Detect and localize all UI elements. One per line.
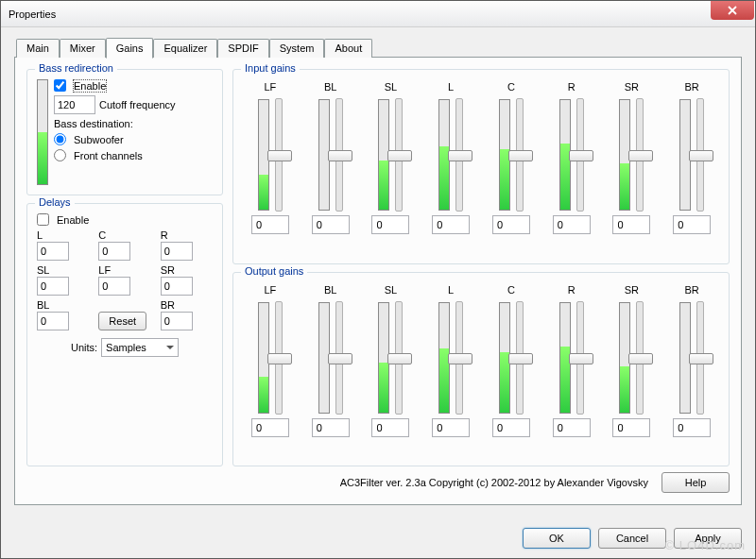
gain-slider[interactable] [576,301,584,415]
channel-label: C [507,284,515,297]
gain-value-input[interactable] [432,418,470,437]
gain-slider[interactable] [636,98,644,212]
gain-slider[interactable] [395,98,403,212]
channel-controls [258,98,283,212]
level-fill [379,161,388,210]
delay-input-sl[interactable] [37,277,69,296]
cancel-button[interactable]: Cancel [598,528,666,549]
delays-reset-button[interactable]: Reset [98,312,146,330]
delay-cell-br: BR [161,299,213,330]
gain-value-input[interactable] [312,418,350,437]
gain-value-input[interactable] [251,418,289,437]
gain-slider[interactable] [516,301,524,415]
delays-enable-checkbox[interactable] [37,213,49,226]
gain-value-input[interactable] [312,215,350,234]
gain-value-input[interactable] [612,215,650,234]
gain-slider[interactable] [335,98,343,212]
ok-button[interactable]: OK [523,528,591,549]
gain-slider[interactable] [335,301,343,415]
delay-input-sr[interactable] [161,277,193,296]
delay-label: R [161,229,168,242]
gain-slider[interactable] [696,98,704,212]
tab-about[interactable]: About [324,39,372,58]
bass-dest-front-radio[interactable] [54,149,66,161]
delay-input-lf[interactable] [98,277,130,296]
slider-thumb[interactable] [448,353,472,364]
gain-slider[interactable] [516,98,524,212]
gain-value-input[interactable] [673,215,711,234]
slider-thumb[interactable] [689,353,713,364]
slider-thumb[interactable] [569,150,593,161]
delay-cell-lf: LF [98,264,150,296]
slider-thumb[interactable] [328,353,352,364]
gain-value-input[interactable] [432,215,470,234]
gain-value-input[interactable] [553,215,591,234]
slider-thumb[interactable] [628,150,653,161]
slider-thumb[interactable] [689,150,713,161]
cutoff-frequency-input[interactable] [54,95,95,114]
delays-units-select[interactable]: Samples [101,338,179,357]
gain-slider[interactable] [275,301,283,415]
slider-thumb[interactable] [267,150,292,161]
bass-enable-checkbox[interactable] [54,79,66,92]
slider-thumb[interactable] [267,353,292,364]
slider-thumb[interactable] [569,353,593,364]
channel-controls [318,98,343,212]
slider-thumb[interactable] [628,353,653,364]
tab-strip: MainMixerGainsEqualizerSPDIFSystemAbout [16,37,742,58]
gain-slider[interactable] [636,301,644,415]
titlebar[interactable]: Properties [1,1,755,27]
window-title: Properties [9,8,711,20]
gain-value-input[interactable] [492,215,530,234]
delay-input-bl[interactable] [37,312,69,330]
input-gains-channels: LFBLSLLCRSRBR [243,79,719,234]
channel-controls [559,301,584,415]
gain-value-input[interactable] [612,418,650,437]
channel-controls [679,301,704,415]
gain-value-input[interactable] [673,418,711,437]
tab-system[interactable]: System [269,39,325,58]
delay-label: LF [98,264,111,277]
delay-label: SL [37,264,49,277]
channel-controls [438,301,463,415]
apply-button[interactable]: Apply [674,528,742,549]
tab-spdif[interactable]: SPDIF [217,39,268,58]
tab-mixer[interactable]: Mixer [60,39,106,58]
slider-thumb[interactable] [508,150,533,161]
gain-value-input[interactable] [371,215,409,234]
slider-thumb[interactable] [328,150,352,161]
gain-slider[interactable] [275,98,283,212]
slider-thumb[interactable] [448,150,472,161]
delay-cell-reset: Reset [98,299,150,330]
gain-value-input[interactable] [553,418,591,437]
tab-equalizer[interactable]: Equalizer [153,39,217,58]
gain-slider[interactable] [455,301,463,415]
slider-thumb[interactable] [387,353,412,364]
delay-input-br[interactable] [161,312,193,330]
gain-slider[interactable] [576,98,584,212]
slider-thumb[interactable] [508,353,533,364]
gain-value-input[interactable] [251,215,289,234]
bass-dest-subwoofer-radio[interactable] [54,133,66,145]
delay-input-r[interactable] [161,242,193,261]
gain-slider[interactable] [455,98,463,212]
delay-input-l[interactable] [37,242,69,261]
gain-value-input[interactable] [371,418,409,437]
channel-controls [499,98,524,212]
group-delays: Delays Enable LCRSLLFSRBLResetBR Units: … [26,203,223,466]
tab-main[interactable]: Main [16,39,60,58]
gain-slider[interactable] [395,301,403,415]
tab-gains[interactable]: Gains [106,38,154,59]
close-button[interactable] [711,1,754,20]
delay-input-c[interactable] [98,242,130,261]
output-channel-sl: SL [364,284,419,437]
panel-footer: AC3Filter ver. 2.3a Copyright (c) 2002-2… [26,466,730,493]
help-button[interactable]: Help [662,472,730,493]
group-input-gains: Input gains LFBLSLLCRSRBR [232,69,730,264]
gain-value-input[interactable] [492,418,530,437]
slider-thumb[interactable] [387,150,412,161]
channel-label: LF [264,284,276,297]
channel-label: SR [625,81,639,94]
client-area: MainMixerGainsEqualizerSPDIFSystemAbout … [1,27,755,518]
gain-slider[interactable] [696,301,704,415]
